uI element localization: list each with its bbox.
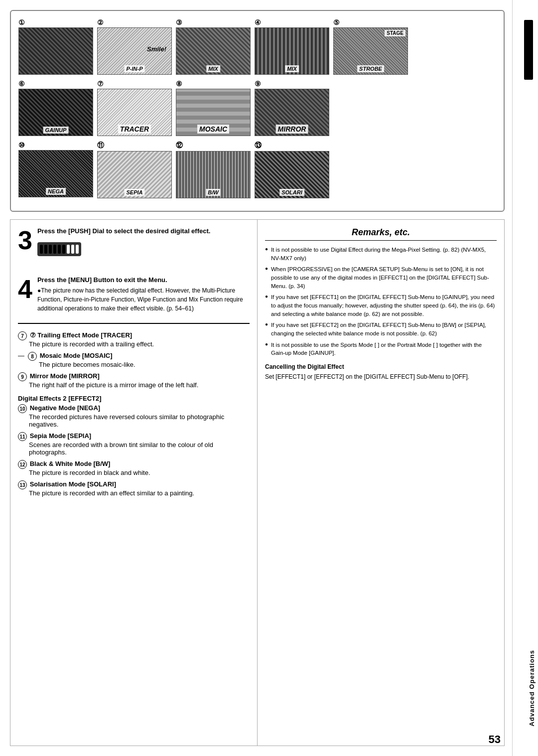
image-box-4: MIX — [255, 27, 329, 75]
image-box-8: MOSAIC — [176, 89, 251, 136]
main-content: ① ② P-IN-P Smile! ③ — [0, 0, 512, 756]
svg-rect-9 — [76, 245, 79, 254]
image-cell-13: ⑬ SOLARI — [255, 141, 329, 198]
svg-rect-4 — [53, 245, 56, 254]
image-label-12: B/W — [206, 189, 220, 196]
image-box-5: STAGE STROBE — [333, 27, 408, 75]
right-column: Remarks, etc. It is not possible to use … — [258, 220, 504, 746]
step-4-body: ●The picture now has the selected digita… — [37, 286, 250, 313]
image-label-13: SOLARI — [279, 189, 304, 196]
effect-8-text: The picture becomes mosaic-like. — [28, 361, 250, 368]
image-row-2: ⑥ GAINUP ⑦ TRACER ⑧ — [18, 80, 496, 136]
image-number-6: ⑥ — [18, 80, 25, 88]
remark-4: If you have set [EFFECT2] on the [DIGITA… — [265, 321, 497, 337]
circle-12: 12 — [18, 460, 27, 469]
effect-item-12: 12 Black & White Mode [B/W] The picture … — [18, 460, 250, 476]
svg-rect-3 — [49, 245, 52, 254]
image-number-8: ⑧ — [176, 80, 182, 88]
image-number-7: ⑦ — [97, 80, 104, 88]
image-number-3: ③ — [176, 18, 182, 26]
dial-icon — [37, 240, 82, 260]
effect-12-title: 12 Black & White Mode [B/W] — [18, 460, 250, 469]
digital2-heading: Digital Effects 2 [EFFECT2] — [18, 395, 250, 402]
image-number-1: ① — [18, 18, 25, 26]
step-3-block: 3 Press the [PUSH] Dial to select the de… — [18, 227, 250, 266]
image-number-9: ⑨ — [255, 80, 261, 88]
image-box-7: TRACER — [97, 89, 172, 136]
image-label-6: GAINUP — [43, 127, 69, 134]
remark-2: When [PROGRESSIVE] on the [CAMERA SETUP]… — [265, 265, 497, 290]
effect-9-text: The right half of the picture is a mirro… — [18, 381, 250, 389]
effect-item-11: 11 Sepia Mode [SEPIA] Scenes are recorde… — [18, 432, 250, 456]
remark-1: It is not possible to use Digital Effect… — [265, 246, 497, 262]
image-label-10: NEGA — [46, 188, 66, 195]
page-number: 53 — [489, 733, 501, 746]
image-cell-11: ⑪ SEPIA — [97, 141, 172, 198]
page-container: ① ② P-IN-P Smile! ③ — [0, 0, 538, 756]
cancelling-section: Cancelling the Digital Effect Set [EFFEC… — [265, 363, 497, 381]
image-cell-8: ⑧ MOSAIC — [176, 80, 251, 136]
svg-rect-6 — [62, 245, 65, 254]
remarks-title: Remarks, etc. — [265, 227, 497, 241]
image-number-5: ⑤ — [333, 18, 340, 26]
image-cell-12: ⑫ B/W — [176, 141, 251, 198]
step-3-number: 3 — [18, 227, 32, 253]
circle-8: 8 — [28, 352, 37, 361]
circle-10: 10 — [18, 404, 27, 413]
circle-9: 9 — [18, 372, 27, 381]
circle-11: 11 — [18, 432, 27, 441]
effect-item-7: 7 ⑦ Trailing Effect Mode [TRACER] The pi… — [18, 331, 250, 348]
image-label-9: MIRROR — [276, 125, 308, 134]
image-box-11: SEPIA — [97, 151, 172, 198]
image-label-8: MOSAIC — [197, 125, 229, 134]
effect-11-text: Scenes are recorded with a brown tint si… — [18, 441, 250, 456]
effect-13-text: The picture is recorded with an effect s… — [18, 489, 250, 497]
image-number-4: ④ — [255, 18, 261, 26]
left-column: 3 Press the [PUSH] Dial to select the de… — [10, 220, 258, 746]
image-box-3: MIX — [176, 27, 251, 75]
svg-rect-8 — [71, 245, 74, 254]
image-number-2: ② — [97, 18, 104, 26]
image-box-2: P-IN-P Smile! — [97, 27, 172, 75]
cancelling-title: Cancelling the Digital Effect — [265, 363, 497, 370]
svg-rect-2 — [44, 245, 47, 254]
image-cell-4: ④ MIX — [255, 18, 329, 75]
image-row-1: ① ② P-IN-P Smile! ③ — [18, 18, 496, 75]
image-cell-10: ⑩ NEGA — [18, 141, 93, 198]
image-box-9: MIRROR — [255, 89, 329, 136]
svg-rect-7 — [67, 245, 70, 254]
image-label-4: MIX — [285, 65, 299, 72]
image-box-6: GAINUP — [18, 89, 93, 136]
image-box-12: B/W — [176, 151, 251, 198]
image-label-top-5: STAGE — [385, 30, 405, 36]
image-number-10: ⑩ — [18, 141, 25, 149]
effect-item-10: 10 Negative Mode [NEGA] The recorded pic… — [18, 404, 250, 428]
effect-13-title: 13 Solarisation Mode [SOLARI] — [18, 480, 250, 489]
image-label-5: STROBE — [357, 65, 384, 72]
image-label-2: P-IN-P — [125, 65, 145, 72]
image-cell-7: ⑦ TRACER — [97, 80, 172, 136]
effect-9-title: 9 Mirror Mode [MIRROR] — [18, 372, 250, 381]
image-cell-6: ⑥ GAINUP — [18, 80, 93, 136]
remark-3: If you have set [EFFECT1] on the [DIGITA… — [265, 293, 497, 318]
effect-11-title: 11 Sepia Mode [SEPIA] — [18, 432, 250, 441]
effect-7-title: 7 ⑦ Trailing Effect Mode [TRACER] — [18, 331, 250, 340]
effect-item-9: 9 Mirror Mode [MIRROR] The right half of… — [18, 372, 250, 389]
image-number-13: ⑬ — [255, 141, 262, 150]
image-cell-1: ① — [18, 18, 93, 75]
image-grid-section: ① ② P-IN-P Smile! ③ — [10, 10, 505, 212]
right-sidebar: Advanced Operations — [512, 0, 538, 756]
image-number-11: ⑪ — [97, 141, 104, 150]
image-cell-3: ③ MIX — [176, 18, 251, 75]
image-label-11: SEPIA — [124, 189, 144, 196]
effect-8-title: 8 Mosaic Mode [MOSAIC] — [28, 352, 250, 361]
effect-10-title: 10 Negative Mode [NEGA] — [18, 404, 250, 413]
effect-10-text: The recorded pictures have reversed colo… — [18, 413, 250, 428]
image-cell-2: ② P-IN-P Smile! — [97, 18, 172, 75]
cancelling-text: Set [EFFECT1] or [EFFECT2] on the [DIGIT… — [265, 372, 497, 381]
remark-5: It is not possible to use the Sports Mod… — [265, 341, 497, 357]
divider-1 — [18, 323, 250, 324]
step-4-number: 4 — [18, 276, 32, 302]
step-4-block: 4 Press the [MENU] Button to exit the Me… — [18, 276, 250, 313]
svg-rect-1 — [40, 245, 43, 254]
